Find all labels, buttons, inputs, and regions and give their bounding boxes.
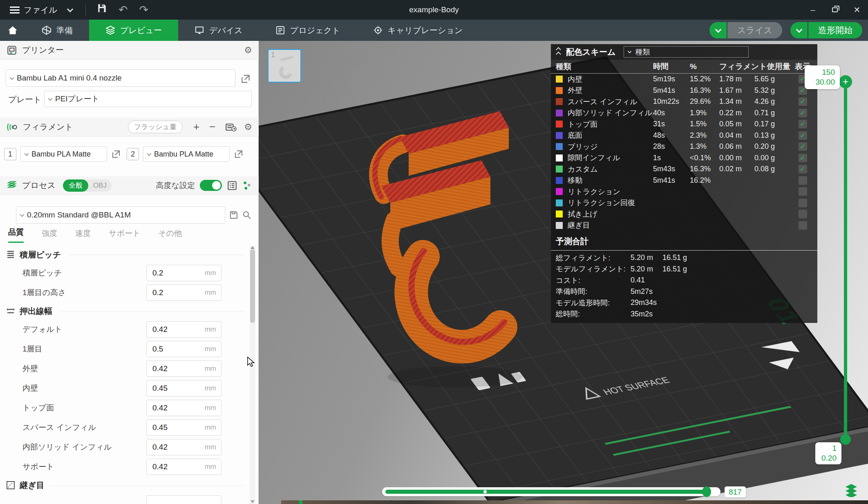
layer-slider-add-button[interactable]: + — [839, 75, 852, 88]
search-icon[interactable] — [242, 210, 252, 220]
visibility-checkbox[interactable]: ✓ — [799, 165, 807, 173]
setting-row: 1層目の高さ 0.2 mm — [0, 283, 250, 302]
home-button[interactable] — [0, 20, 25, 41]
setting-input[interactable]: 0.42 mm — [146, 400, 221, 416]
step-slider-handle[interactable] — [702, 486, 711, 497]
setting-input[interactable]: 0.42 mm — [146, 459, 221, 475]
parameters-wand-icon[interactable] — [242, 180, 252, 191]
setting-input[interactable]: 0.5 mm — [146, 341, 221, 357]
feature-color-swatch — [556, 98, 563, 105]
filament-select[interactable]: Bambu PLA Matte — [20, 146, 107, 162]
start-print-button[interactable]: 造形開始 — [808, 22, 862, 38]
setting-input[interactable]: 0.2 mm — [146, 284, 221, 301]
setting-input[interactable]: 0.42 mm — [146, 361, 221, 377]
settings-scrollbar[interactable] — [250, 246, 255, 504]
check-icon: ✓ — [800, 142, 805, 151]
print-dropdown-button[interactable] — [790, 22, 808, 38]
visibility-checkbox[interactable]: ✓ — [799, 187, 807, 196]
setting-input[interactable]: 0.42 mm — [146, 439, 221, 455]
feature-color-swatch — [556, 87, 563, 94]
step-slider-track[interactable] — [382, 487, 720, 496]
restore-icon — [832, 7, 838, 12]
visibility-checkbox[interactable]: ✓ — [799, 131, 807, 140]
plate-type-select[interactable]: PEIプレート — [44, 91, 252, 107]
settings-list-icon[interactable] — [227, 180, 237, 191]
process-tab[interactable]: その他 — [158, 228, 182, 243]
layer-slider-track[interactable] — [844, 87, 847, 441]
plate-thumbnail[interactable]: 1 — [268, 49, 301, 83]
tab-preview[interactable]: プレビュー — [89, 20, 178, 41]
setting-input[interactable] — [146, 495, 221, 504]
step-slider-marker — [483, 490, 487, 493]
setting-row: サポート 0.42 mm — [0, 457, 250, 477]
visibility-checkbox[interactable]: ✓ — [799, 176, 807, 185]
setting-input[interactable]: 0.45 mm — [146, 380, 221, 396]
visibility-checkbox[interactable]: ✓ — [799, 154, 807, 162]
slice-button[interactable]: スライス — [727, 22, 782, 38]
advanced-settings-toggle[interactable] — [200, 180, 222, 191]
visibility-checkbox[interactable]: ✓ — [799, 142, 807, 151]
line-width-group-header: 押出線幅 — [0, 302, 250, 320]
bambu-studio-window: ファイル ↶ ↷ example-Body – ✕ — [0, 0, 868, 504]
tab-project[interactable]: プロジェクト — [259, 20, 357, 41]
filament-settings-gear-icon[interactable]: ⚙ — [244, 122, 252, 132]
menu-icon[interactable] — [10, 7, 20, 13]
edit-filament-icon[interactable] — [111, 149, 121, 159]
visibility-checkbox[interactable]: ✓ — [799, 97, 807, 106]
maximize-button[interactable] — [824, 0, 846, 20]
edit-printer-icon[interactable] — [240, 74, 251, 84]
add-filament-button[interactable]: + — [191, 121, 202, 133]
filament-select[interactable]: Bambu PLA Matte — [143, 146, 230, 162]
flush-volume-button[interactable]: フラッシュ量 — [128, 121, 183, 133]
slice-dropdown-button[interactable] — [709, 22, 727, 38]
scroll-down-icon[interactable] — [251, 500, 255, 503]
layer-slider-handle[interactable] — [840, 434, 851, 445]
tab-device[interactable]: デバイス — [178, 20, 259, 41]
edit-filament-icon[interactable] — [234, 149, 244, 159]
visibility-checkbox[interactable]: ✓ — [799, 210, 807, 218]
process-tab[interactable]: 速度 — [75, 228, 91, 243]
setting-input[interactable]: 0.45 mm — [146, 419, 221, 436]
minimize-button[interactable]: – — [802, 0, 824, 20]
visibility-checkbox[interactable]: ✓ — [799, 109, 807, 117]
process-tab[interactable]: 強度 — [42, 228, 57, 243]
step-slider-value: 817 — [725, 486, 746, 497]
scroll-up-icon[interactable] — [251, 246, 255, 249]
tab-prepare[interactable]: 準備 — [25, 20, 89, 41]
printer-select[interactable]: Bambu Lab A1 mini 0.4 nozzle — [6, 69, 235, 87]
printer-settings-gear-icon[interactable]: ⚙ — [244, 45, 252, 56]
setting-input[interactable]: 0.2 mm — [146, 265, 221, 281]
feature-row: 内部ソリッド インフィル 40s 1.9% 0.22 m 0.71 g ✓ — [551, 108, 817, 119]
ams-sync-icon[interactable] — [225, 122, 237, 132]
scope-global[interactable]: 全般 — [63, 179, 88, 192]
process-tab[interactable]: 品質 — [8, 227, 24, 243]
save-button[interactable] — [96, 0, 107, 20]
layer-height-icon — [6, 250, 16, 260]
close-button[interactable]: ✕ — [846, 0, 868, 20]
feature-rows: 内壁 5m19s 15.2% 1.78 m 5.65 g ✓ — [551, 74, 817, 231]
chevron-down-icon — [24, 151, 29, 156]
chevron-down-icon[interactable] — [67, 6, 74, 12]
tab-calibration[interactable]: キャリブレーション — [357, 20, 479, 41]
process-preset-select[interactable]: 0.20mm Standard @BBL A1M — [16, 206, 225, 224]
save-preset-icon[interactable] — [229, 210, 239, 220]
3d-viewport[interactable]: HOT SURFACE 01 — [259, 41, 868, 504]
undo-button[interactable]: ↶ — [119, 0, 128, 20]
layers-view-icon[interactable] — [844, 482, 859, 497]
scope-toggle[interactable]: 全般 OBJ — [63, 179, 112, 192]
file-menu[interactable]: ファイル — [24, 4, 57, 16]
visibility-checkbox[interactable]: ✓ — [799, 120, 807, 128]
redo-button[interactable]: ↷ — [139, 0, 149, 20]
setting-row: スパース インフィル 0.45 mm — [0, 418, 250, 437]
collapse-panel-icon[interactable] — [557, 48, 560, 56]
seam-group-header: 継ぎ目 — [0, 477, 250, 494]
process-icon — [7, 180, 17, 191]
remove-filament-button[interactable]: − — [207, 121, 218, 133]
visibility-checkbox[interactable]: ✓ — [799, 199, 807, 207]
process-tab[interactable]: サポート — [109, 228, 140, 243]
scope-objects[interactable]: OBJ — [88, 181, 112, 190]
visibility-checkbox[interactable]: ✓ — [799, 221, 807, 230]
setting-input[interactable]: 0.42 mm — [146, 321, 221, 338]
view-mode-select[interactable]: 種類 — [624, 46, 749, 58]
scrollbar-thumb[interactable] — [250, 249, 255, 323]
